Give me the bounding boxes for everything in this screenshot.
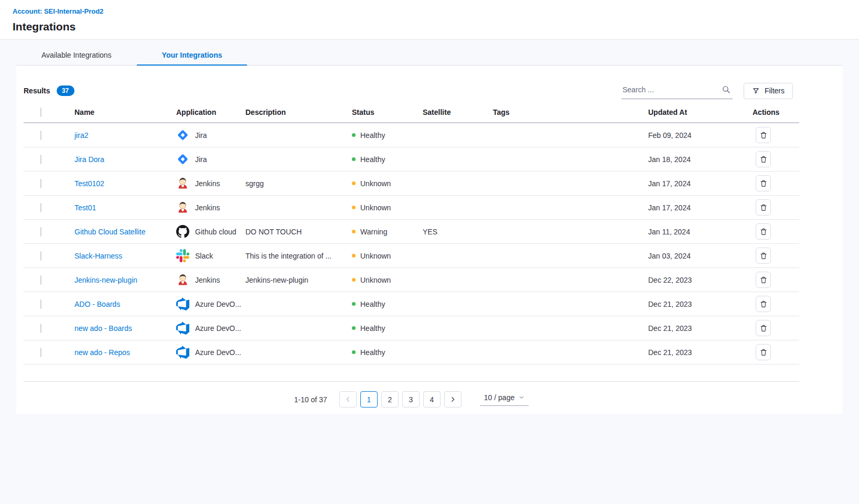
integration-name-link[interactable]: Jira Dora <box>74 155 104 164</box>
search-box <box>621 82 733 99</box>
updated-at-cell: Jan 17, 2024 <box>648 179 753 188</box>
integration-name-link[interactable]: ADO - Boards <box>74 300 120 308</box>
next-page-button[interactable] <box>444 391 461 408</box>
column-header-description: Description <box>245 108 352 116</box>
table-row: Test01 Jenkins Unknown Jan 17, 2024 <box>24 196 799 220</box>
page-size-select[interactable]: 10 / page <box>480 393 529 406</box>
status-dot-icon <box>352 302 356 306</box>
table-row: new ado - Repos Azure DevO... Healthy De… <box>24 340 799 364</box>
table-body: jira2 Jira Healthy Feb 09, 2024 Jira Dor… <box>24 123 799 364</box>
integration-name-link[interactable]: Test0102 <box>74 179 104 188</box>
select-all-checkbox[interactable] <box>40 108 41 117</box>
application-icon <box>176 297 189 310</box>
application-icon <box>176 177 189 190</box>
page-title: Integrations <box>13 20 859 33</box>
delete-button[interactable] <box>756 199 771 216</box>
status-dot-icon <box>352 133 356 137</box>
search-input[interactable] <box>621 82 733 99</box>
delete-button[interactable] <box>756 296 771 312</box>
results-count-badge: 37 <box>57 85 74 96</box>
status-label: Unknown <box>360 203 391 212</box>
table-row: Jenkins-new-plugin Jenkins Jenkins-new-p… <box>24 268 799 292</box>
page-button-4[interactable]: 4 <box>423 391 441 408</box>
page-button-3[interactable]: 3 <box>402 391 420 408</box>
integration-name-link[interactable]: Jenkins-new-plugin <box>74 276 137 284</box>
status-cell: Healthy <box>352 131 423 140</box>
trash-icon <box>759 179 768 188</box>
application-label: Azure DevO... <box>195 324 241 333</box>
integration-name-link[interactable]: jira2 <box>74 131 88 140</box>
page-button-2[interactable]: 2 <box>381 391 399 408</box>
page-header: Account: SEI-Internal-Prod2 Integrations <box>0 0 859 40</box>
delete-button[interactable] <box>756 344 771 360</box>
delete-button[interactable] <box>756 151 771 167</box>
row-checkbox[interactable] <box>40 179 41 188</box>
row-checkbox[interactable] <box>40 324 41 333</box>
integration-name-link[interactable]: new ado - Repos <box>74 348 130 357</box>
status-label: Unknown <box>360 252 391 260</box>
delete-button[interactable] <box>756 320 771 336</box>
application-icon <box>176 128 189 142</box>
table-row: Slack-Harness Slack This is the integrat… <box>24 244 799 268</box>
status-cell: Unknown <box>352 179 423 188</box>
application-icon <box>176 249 189 262</box>
satellite-cell: YES <box>423 228 493 236</box>
row-checkbox[interactable] <box>40 299 41 309</box>
status-dot-icon <box>352 278 356 282</box>
trash-icon <box>759 348 768 357</box>
delete-button[interactable] <box>756 175 771 191</box>
previous-page-button[interactable] <box>339 391 357 408</box>
description-cell: sgrgg <box>245 179 352 188</box>
updated-at-cell: Dec 21, 2023 <box>648 300 753 308</box>
tab-bar: Available Integrations Your Integrations <box>16 40 843 66</box>
row-checkbox[interactable] <box>40 155 41 164</box>
table-row: Jira Dora Jira Healthy Jan 18, 2024 <box>24 147 799 171</box>
status-dot-icon <box>352 350 356 354</box>
page-button-1[interactable]: 1 <box>360 391 378 408</box>
description-cell: DO NOT TOUCH <box>245 228 352 236</box>
status-dot-icon <box>352 181 356 185</box>
delete-button[interactable] <box>756 127 771 143</box>
chevron-down-icon <box>519 394 524 400</box>
status-dot-icon <box>352 326 356 330</box>
updated-at-cell: Dec 21, 2023 <box>648 324 753 333</box>
application-label: Jira <box>195 155 207 164</box>
application-icon <box>176 346 189 359</box>
row-checkbox[interactable] <box>40 131 41 140</box>
updated-at-cell: Dec 22, 2023 <box>648 276 753 284</box>
integration-name-link[interactable]: Test01 <box>74 203 96 212</box>
row-checkbox[interactable] <box>40 251 41 261</box>
row-checkbox[interactable] <box>40 348 41 357</box>
tab-available-integrations[interactable]: Available Integrations <box>16 51 137 65</box>
search-icon <box>722 85 731 94</box>
table-row: jira2 Jira Healthy Feb 09, 2024 <box>24 123 799 147</box>
delete-button[interactable] <box>756 272 771 288</box>
status-dot-icon <box>352 157 356 161</box>
column-header-application: Application <box>176 108 245 116</box>
updated-at-cell: Jan 03, 2024 <box>648 252 753 260</box>
status-dot-icon <box>352 206 356 209</box>
filters-button[interactable]: Filters <box>744 83 793 99</box>
application-icon <box>176 273 189 286</box>
row-checkbox[interactable] <box>40 227 41 237</box>
application-icon <box>176 201 189 214</box>
results-summary: Results 37 <box>24 82 74 96</box>
updated-at-cell: Jan 18, 2024 <box>648 155 753 164</box>
status-cell: Unknown <box>352 252 423 260</box>
account-breadcrumb-link[interactable]: Account: SEI-Internal-Prod2 <box>13 7 859 15</box>
row-checkbox[interactable] <box>40 275 41 285</box>
row-checkbox[interactable] <box>40 203 41 212</box>
column-header-tags: Tags <box>493 108 648 116</box>
delete-button[interactable] <box>756 223 771 240</box>
delete-button[interactable] <box>756 248 771 264</box>
status-label: Healthy <box>360 348 385 357</box>
description-cell: This is the integration of ... <box>245 252 352 260</box>
integration-name-link[interactable]: Slack-Harness <box>74 252 122 260</box>
status-label: Unknown <box>360 179 391 188</box>
integration-name-link[interactable]: new ado - Boards <box>74 324 132 333</box>
tab-your-integrations[interactable]: Your Integrations <box>137 51 248 65</box>
integration-name-link[interactable]: Github Cloud Satellite <box>74 228 145 236</box>
application-label: Azure DevO... <box>195 348 241 357</box>
status-cell: Healthy <box>352 300 423 308</box>
status-label: Unknown <box>360 276 391 284</box>
